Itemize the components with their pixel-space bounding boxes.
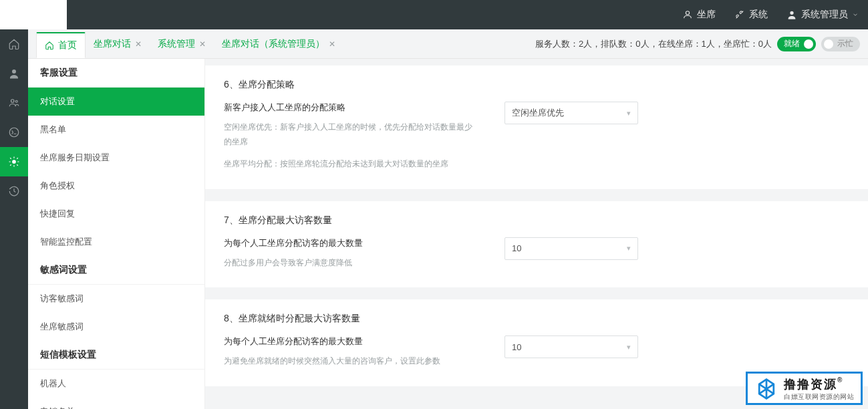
- home-icon: [8, 38, 20, 50]
- menu-item-schedule[interactable]: 坐席服务日期设置: [28, 144, 204, 172]
- user-solid-icon: [8, 67, 20, 80]
- svg-point-3: [9, 128, 19, 137]
- section-title: 7、坐席分配最大访客数量: [224, 215, 849, 227]
- close-icon[interactable]: ✕: [329, 39, 335, 49]
- rail-contacts[interactable]: [0, 88, 28, 118]
- tab-home[interactable]: 首页: [36, 32, 86, 58]
- section-title: 6、坐席分配策略: [224, 79, 849, 91]
- field-label: 新客户接入人工坐席的分配策略: [224, 102, 478, 114]
- section-title: 8、坐席就绪时分配最大访客数量: [224, 313, 849, 325]
- menu-item-visitor-sensitive[interactable]: 访客敏感词: [28, 285, 204, 313]
- watermark-subtitle: 白嫖互联网资源的网站: [784, 392, 854, 402]
- chevron-down-icon: [852, 11, 859, 18]
- field-help: 坐席平均分配：按照坐席轮流分配给未达到最大对话数量的坐席: [224, 157, 478, 172]
- select-value: 10: [512, 243, 521, 253]
- logo: [0, 0, 67, 29]
- close-icon[interactable]: ✕: [199, 39, 206, 49]
- tab-seat-chat[interactable]: 坐席对话 ✕: [86, 29, 150, 58]
- status-toggle-ready[interactable]: 就绪: [777, 37, 816, 51]
- menu-group-sms: 短信模板设置: [28, 341, 204, 370]
- menu-group-service: 客服设置: [28, 59, 204, 88]
- topbar: 坐席 系统 系统管理员: [0, 0, 868, 29]
- watermark-icon: [754, 377, 778, 401]
- chevron-down-icon: ▾: [627, 109, 631, 118]
- headset-icon: [682, 9, 693, 20]
- status-strip: 服务人数：2人，排队数：0人，在线坐席：1人，坐席忙：0人 就绪 示忙: [535, 29, 868, 58]
- svg-point-0: [686, 11, 689, 15]
- settings-panel: 6、坐席分配策略 新客户接入人工坐席的分配策略 空闲坐席优先：新客户接入人工坐席…: [205, 59, 868, 409]
- status-toggle-busy[interactable]: 示忙: [821, 37, 860, 51]
- select-value: 10: [512, 342, 521, 352]
- menu-item-seat-sensitive[interactable]: 坐席敏感词: [28, 313, 204, 341]
- section-7: 7、坐席分配最大访客数量 为每个人工坐席分配访客的最大数量 分配过多用户会导致客…: [205, 201, 868, 288]
- tabbar: 首页 坐席对话 ✕ 系统管理 ✕ 坐席对话（系统管理员） ✕ 服务人数：2人，排…: [28, 29, 868, 59]
- tab-seat-chat-admin[interactable]: 坐席对话（系统管理员） ✕: [214, 29, 343, 58]
- pill-label: 就绪: [784, 38, 800, 49]
- chevron-down-icon: ▾: [627, 244, 631, 253]
- select-value: 空闲坐席优先: [512, 107, 564, 119]
- user-icon: [786, 9, 797, 20]
- contacts-icon: [8, 97, 20, 109]
- watermark-title: 撸撸资源: [784, 378, 837, 391]
- field-label: 为每个人工坐席分配访客的最大数量: [224, 237, 478, 249]
- tab-label: 坐席对话: [94, 38, 131, 50]
- field-help: 为避免坐席就绪的时候突然涌入大量的咨询客户，设置此参数: [224, 354, 478, 369]
- menu-item-teleslist[interactable]: 电销名单: [28, 398, 204, 409]
- menu-item-monitor[interactable]: 智能监控配置: [28, 228, 204, 256]
- section-6: 6、坐席分配策略 新客户接入人工坐席的分配策略 空闲坐席优先：新客户接入人工坐席…: [205, 65, 868, 189]
- icon-rail: [0, 29, 28, 409]
- select-max-visitors[interactable]: 10 ▾: [504, 237, 638, 260]
- close-icon[interactable]: ✕: [135, 39, 142, 49]
- toggle-knob: [804, 39, 813, 49]
- home-icon: [45, 41, 54, 50]
- nav-system-label: 系统: [749, 9, 768, 21]
- svg-point-2: [15, 100, 17, 102]
- watermark: 撸撸资源® 白嫖互联网资源的网站: [746, 372, 863, 405]
- field-help: 空闲坐席优先：新客户接入人工坐席的时候，优先分配给对话数量最少的坐席: [224, 120, 478, 149]
- tab-system-mgmt[interactable]: 系统管理 ✕: [150, 29, 214, 58]
- tools-icon: [734, 9, 745, 20]
- gear-icon: [8, 156, 20, 168]
- rail-knowledge[interactable]: [0, 118, 28, 147]
- field-help: 分配过多用户会导致客户满意度降低: [224, 256, 478, 271]
- toggle-knob: [824, 39, 833, 49]
- knowledge-icon: [8, 126, 20, 138]
- svg-point-1: [11, 100, 15, 103]
- tab-label: 系统管理: [158, 38, 195, 50]
- menu-item-robot[interactable]: 机器人: [28, 370, 204, 398]
- rail-home[interactable]: [0, 29, 28, 59]
- menu-item-quickreply[interactable]: 快捷回复: [28, 200, 204, 228]
- nav-admin-label: 系统管理员: [801, 9, 848, 21]
- tab-label: 坐席对话（系统管理员）: [222, 38, 325, 50]
- svg-point-4: [13, 160, 16, 164]
- pill-label: 示忙: [837, 38, 853, 49]
- menu-item-chat-settings[interactable]: 对话设置: [28, 88, 204, 116]
- nav-seat[interactable]: 坐席: [673, 0, 725, 29]
- rail-user[interactable]: [0, 59, 28, 88]
- field-label: 为每个人工坐席分配访客的最大数量: [224, 335, 478, 348]
- nav-system[interactable]: 系统: [725, 0, 777, 29]
- select-strategy[interactable]: 空闲坐席优先 ▾: [504, 102, 638, 124]
- side-menu: 客服设置 对话设置 黑名单 坐席服务日期设置 角色授权 快捷回复 智能监控配置 …: [28, 59, 205, 409]
- tab-home-label: 首页: [58, 39, 77, 51]
- rail-history[interactable]: [0, 176, 28, 206]
- nav-admin[interactable]: 系统管理员: [777, 0, 868, 29]
- history-icon: [8, 185, 20, 197]
- menu-item-role[interactable]: 角色授权: [28, 172, 204, 200]
- status-text: 服务人数：2人，排队数：0人，在线坐席：1人，坐席忙：0人: [535, 38, 772, 50]
- rail-settings[interactable]: [0, 147, 28, 176]
- menu-item-blacklist[interactable]: 黑名单: [28, 116, 204, 144]
- select-ready-max-visitors[interactable]: 10 ▾: [504, 335, 638, 358]
- watermark-sup: ®: [837, 376, 843, 384]
- menu-group-sensitive: 敏感词设置: [28, 256, 204, 285]
- chevron-down-icon: ▾: [627, 343, 631, 352]
- nav-seat-label: 坐席: [697, 9, 716, 21]
